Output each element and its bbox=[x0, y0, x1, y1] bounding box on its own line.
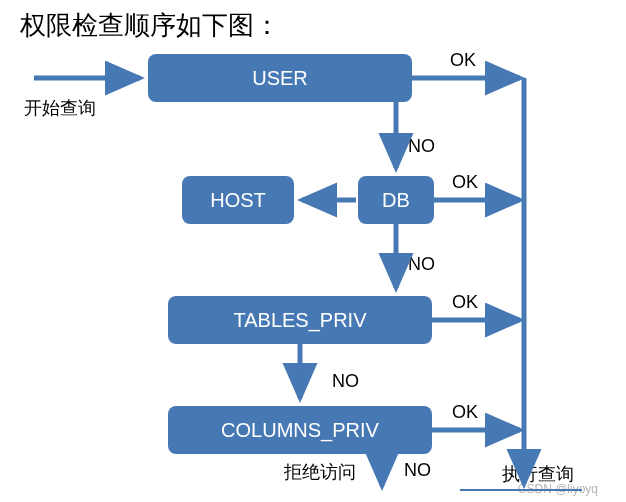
diagram-container: 权限检查顺序如下图： USER HOST DB TABLES_PRIV COLU… bbox=[0, 0, 626, 502]
arrows-layer bbox=[0, 0, 626, 502]
